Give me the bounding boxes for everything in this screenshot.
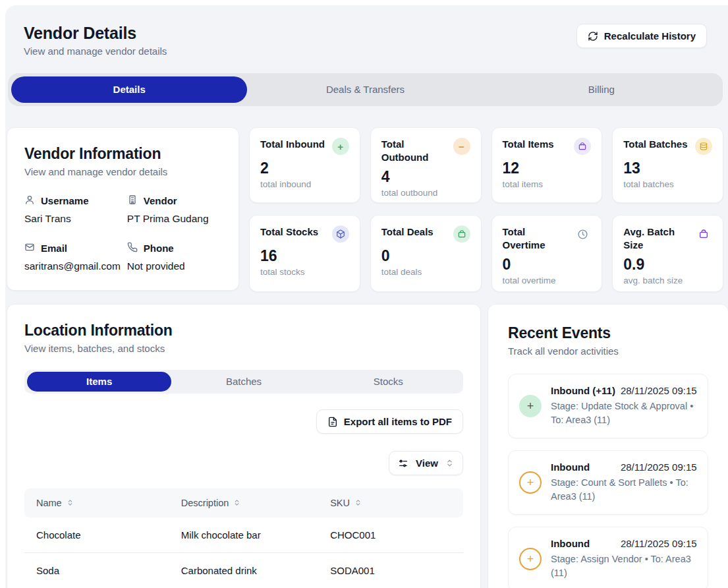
stat-caption: total overtime [503, 276, 592, 285]
page-header-text: Vendor Details View and manage vendor de… [24, 24, 167, 57]
field-phone: Phone Not provided [127, 242, 221, 272]
building-icon [127, 194, 138, 207]
plus-icon: + [519, 548, 542, 570]
stat-card-total-outbound: Total Outbound− 4 total outbound [370, 127, 482, 203]
field-username-value: Sari Trans [24, 213, 121, 225]
recent-events-subtitle: Track all vendor activities [508, 345, 708, 357]
items-table: Name Description SKU Chocolate Milk choc… [24, 488, 463, 588]
stat-caption: avg. batch size [623, 276, 712, 285]
stat-label: Total Outbound [381, 138, 449, 163]
vendor-information-subtitle: View and manage vendor details [24, 166, 221, 177]
tab-billing-label: Billing [588, 84, 615, 95]
column-name-label: Name [36, 498, 62, 508]
field-phone-value: Not provided [127, 260, 221, 272]
vendor-fields: Username Sari Trans Vendor PT Prima Guda… [24, 194, 221, 272]
column-header-sku[interactable]: SKU [330, 498, 362, 508]
stat-label: Avg. Batch Size [623, 225, 691, 251]
cell-name: Chocolate [24, 517, 169, 553]
export-row: Export all items to PDF [24, 409, 463, 434]
event-body: Inbound 28/11/2025 09:15 Stage: Count & … [551, 461, 697, 504]
stat-label: Total Stocks [260, 225, 318, 239]
field-vendor-value: PT Prima Gudang [127, 213, 221, 225]
column-description-label: Description [181, 498, 229, 508]
view-dropdown[interactable]: View [389, 451, 463, 475]
stat-caption: total stocks [260, 267, 349, 277]
list-item[interactable]: + Inbound 28/11/2025 09:15 Stage: Count … [508, 450, 708, 515]
stat-label: Total Deals [381, 225, 434, 239]
stat-label: Total Batches [623, 138, 687, 151]
location-information-subtitle: View items, batches, and stocks [24, 343, 463, 354]
stat-label: Total Overtime [503, 225, 571, 251]
recent-events-title: Recent Events [508, 324, 708, 342]
stat-value: 0 [381, 247, 470, 265]
stat-caption: total batches [623, 179, 712, 189]
stat-card-total-deals: Total Deals 0 total deals [370, 215, 482, 292]
tab-deals-transfers[interactable]: Deals & Transfers [247, 76, 483, 103]
mail-icon [24, 242, 35, 254]
field-email-label: Email [41, 243, 67, 254]
clock-icon [574, 225, 591, 243]
table-row[interactable]: Chocolate Milk chocolate bar CHOC001 [24, 517, 463, 553]
column-header-description[interactable]: Description [181, 498, 241, 508]
field-vendor-label: Vendor [144, 195, 177, 206]
location-information-card: Location Information View items, batches… [7, 304, 481, 588]
bag-icon [453, 225, 470, 243]
user-icon [24, 194, 35, 207]
stat-card-total-overtime: Total Overtime 0 total overtime [491, 215, 603, 292]
cell-name: Soda [24, 553, 169, 588]
tab-details-label: Details [113, 84, 146, 95]
page-title: Vendor Details [24, 24, 167, 43]
field-vendor: Vendor PT Prima Gudang [127, 194, 221, 225]
table-row[interactable]: Soda Carbonated drink SODA001 [24, 553, 463, 588]
stat-card-avg-batch-size: Avg. Batch Size 0.9 avg. batch size [612, 215, 723, 292]
location-information-title: Location Information [24, 322, 463, 339]
event-body: Inbound (+11) 28/11/2025 09:15 Stage: Up… [551, 385, 697, 427]
plus-icon: + [332, 138, 349, 155]
cell-sku: CHOC001 [318, 517, 463, 553]
file-text-icon [327, 417, 338, 427]
event-title: Inbound [551, 538, 590, 549]
view-dropdown-label: View [416, 457, 438, 469]
stat-card-total-items: Total Items 12 total items [491, 127, 603, 203]
export-pdf-button[interactable]: Export all items to PDF [316, 409, 463, 434]
field-username: Username Sari Trans [24, 194, 121, 225]
stat-value: 16 [260, 247, 349, 265]
stat-caption: total inbound [260, 179, 349, 189]
export-pdf-label: Export all items to PDF [344, 416, 452, 427]
cell-description: Carbonated drink [169, 553, 318, 588]
stats-grid: Total Inbound+ 2 total inbound Total Out… [249, 127, 723, 292]
event-stage: Stage: Count & Sort Pallets • To: Area3 … [551, 476, 697, 504]
minus-icon: − [453, 138, 470, 155]
vendor-details-page: Vendor Details View and manage vendor de… [5, 5, 728, 588]
recalculate-history-label: Recalculate History [604, 30, 696, 42]
stat-value: 0.9 [623, 256, 712, 274]
location-tabbar: Items Batches Stocks [24, 370, 463, 394]
list-item[interactable]: + Inbound 28/11/2025 09:15 Stage: Assign… [508, 527, 708, 588]
stat-value: 12 [503, 160, 592, 177]
plus-icon: + [519, 395, 542, 417]
tab-billing[interactable]: Billing [484, 76, 719, 103]
sliders-icon [398, 458, 408, 469]
tab-stocks[interactable]: Stocks [316, 372, 461, 392]
tab-deals-transfers-label: Deals & Transfers [326, 84, 405, 95]
sort-icon [233, 498, 240, 508]
summary-row: Vendor Information View and manage vendo… [7, 127, 723, 292]
bag-icon [695, 225, 712, 243]
column-header-name[interactable]: Name [36, 498, 74, 508]
sort-icon [354, 498, 362, 508]
field-email-value: saritrans@gmail.com [24, 260, 121, 272]
column-sku-label: SKU [330, 498, 350, 508]
tab-batches[interactable]: Batches [171, 372, 316, 392]
tab-details[interactable]: Details [11, 76, 247, 103]
recalculate-history-button[interactable]: Recalculate History [576, 24, 707, 48]
stat-caption: total deals [381, 267, 470, 277]
view-row: View [24, 451, 463, 475]
cell-description: Milk chocolate bar [169, 517, 318, 553]
list-item[interactable]: + Inbound (+11) 28/11/2025 09:15 Stage: … [508, 374, 708, 438]
items-table-header-row: Name Description SKU [24, 488, 463, 517]
stat-card-total-stocks: Total Stocks 16 total stocks [249, 215, 360, 292]
event-body: Inbound 28/11/2025 09:15 Stage: Assign V… [551, 538, 697, 580]
coins-icon [695, 138, 712, 155]
event-datetime: 28/11/2025 09:15 [621, 385, 697, 396]
tab-items[interactable]: Items [27, 372, 171, 392]
